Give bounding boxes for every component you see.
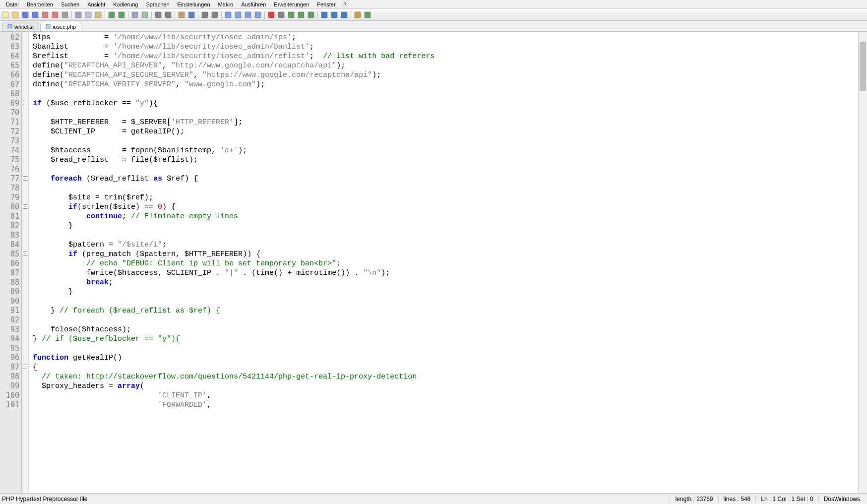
cut-button[interactable]	[74, 10, 83, 19]
playmulti-button[interactable]	[307, 10, 315, 19]
close-button[interactable]	[41, 10, 50, 19]
line-number: 71	[0, 118, 19, 127]
indent-button[interactable]	[200, 10, 209, 19]
fold3-button[interactable]	[244, 10, 252, 19]
menu-item[interactable]: Ausführen	[237, 1, 270, 7]
svg-rect-30	[331, 12, 337, 18]
macro1-button[interactable]	[320, 10, 329, 19]
saveall-button[interactable]	[31, 10, 40, 19]
fold-marker[interactable]: −	[23, 204, 27, 209]
menu-bar: Datei Bearbeiten Suchen Ansicht Kodierun…	[0, 0, 867, 9]
playall-button[interactable]	[297, 10, 306, 19]
toolbar-separator	[198, 11, 198, 19]
redo-icon	[118, 11, 125, 18]
macro2-icon	[331, 11, 338, 18]
code-line	[33, 136, 854, 146]
fold-marker[interactable]: −	[23, 365, 27, 369]
line-number-gutter[interactable]: 6263646566676869707172737475767778798081…	[0, 32, 22, 493]
tab-label: iosec.php	[53, 24, 76, 30]
menu-item[interactable]: Makro	[214, 1, 238, 7]
code-line: // echo "DEBUG: Client ip will be set te…	[33, 259, 854, 268]
replace-button[interactable]	[140, 10, 149, 19]
allchars-button[interactable]	[187, 10, 196, 19]
code-area[interactable]: $ips = '/home/www/lib/security/iosec_adm…	[29, 32, 858, 493]
line-number: 101	[0, 400, 19, 410]
paste-icon	[95, 11, 102, 18]
menu-item[interactable]: Fenster	[313, 1, 339, 7]
print-button[interactable]	[61, 10, 69, 19]
line-number: 89	[0, 287, 19, 297]
menu-item[interactable]: Bearbeiten	[23, 1, 57, 7]
plugin2-button[interactable]	[363, 10, 372, 19]
line-number: 78	[0, 184, 19, 193]
code-line: continue; // Eliminate empty lines	[33, 212, 854, 221]
menu-item[interactable]: Kodierung	[109, 1, 142, 7]
menu-item[interactable]: Suchen	[57, 1, 83, 7]
open-button[interactable]	[11, 10, 20, 19]
rec-button[interactable]	[267, 10, 276, 19]
plugin1-button[interactable]	[353, 10, 362, 19]
menu-item[interactable]: Erweiterungen	[270, 1, 313, 7]
fold-column[interactable]: −−−−−	[22, 32, 29, 493]
svg-rect-21	[235, 12, 241, 18]
code-line: $proxy_headers = array(	[33, 381, 854, 391]
plugin2-icon	[364, 11, 371, 18]
macro2-button[interactable]	[330, 10, 339, 19]
save-icon	[22, 11, 29, 18]
closeall-button[interactable]	[51, 10, 60, 19]
fold-marker[interactable]: −	[23, 252, 27, 256]
line-number: 68	[0, 89, 19, 99]
macro3-icon	[341, 11, 348, 18]
stop-button[interactable]	[277, 10, 286, 19]
fold1-button[interactable]	[224, 10, 233, 19]
zoomin-button[interactable]	[154, 10, 163, 19]
menu-item[interactable]: Einstellungen	[174, 1, 214, 7]
code-line: $ips = '/home/www/lib/security/iosec_adm…	[33, 33, 854, 42]
wordwrap-button[interactable]	[177, 10, 186, 19]
line-number: 90	[0, 297, 19, 306]
menu-item[interactable]: Ansicht	[83, 1, 109, 7]
menu-item[interactable]: Sprachen	[142, 1, 173, 7]
copy-button[interactable]	[84, 10, 93, 19]
playmulti-icon	[308, 11, 314, 18]
scrollbar-thumb[interactable]	[860, 42, 866, 91]
tab-whitelist[interactable]: whitelist	[2, 22, 39, 31]
toolbar-separator	[351, 11, 351, 19]
toolbar-separator	[105, 11, 105, 19]
tab-iosec[interactable]: iosec.php	[40, 22, 81, 31]
code-line: // taken: http://stackoverflow.com/quest…	[33, 372, 854, 381]
line-number: 76	[0, 165, 19, 174]
line-number: 83	[0, 231, 19, 240]
fold4-button[interactable]	[253, 10, 262, 19]
play-button[interactable]	[287, 10, 296, 19]
toolbar-separator	[151, 11, 152, 19]
menu-item[interactable]: ?	[340, 1, 351, 7]
fold4-icon	[254, 11, 261, 18]
print-icon	[62, 11, 68, 18]
svg-rect-7	[75, 12, 81, 18]
fold2-button[interactable]	[234, 10, 243, 19]
vertical-scrollbar[interactable]	[858, 32, 867, 493]
find-button[interactable]	[130, 10, 139, 19]
macro3-button[interactable]	[340, 10, 349, 19]
fold-marker[interactable]: −	[23, 176, 27, 181]
svg-rect-29	[321, 12, 327, 18]
menu-item[interactable]: Datei	[2, 1, 23, 7]
code-line: $pattern = "/$site/i";	[33, 240, 854, 250]
outdent-button[interactable]	[210, 10, 219, 19]
paste-button[interactable]	[94, 10, 103, 19]
code-line: }	[33, 287, 854, 297]
svg-rect-2	[22, 12, 28, 18]
save-button[interactable]	[21, 10, 30, 19]
new-button[interactable]	[1, 10, 10, 19]
svg-rect-32	[355, 12, 361, 18]
undo-button[interactable]	[107, 10, 116, 19]
line-number: 69	[0, 99, 19, 108]
fold-marker[interactable]: −	[23, 101, 27, 105]
code-line: $banlist = '/home/www/lib/security/iosec…	[33, 42, 854, 52]
undo-icon	[108, 11, 115, 18]
zoomout-button[interactable]	[164, 10, 173, 19]
code-line: 'FORWARDED',	[33, 400, 854, 410]
svg-rect-8	[85, 12, 91, 18]
redo-button[interactable]	[117, 10, 126, 19]
